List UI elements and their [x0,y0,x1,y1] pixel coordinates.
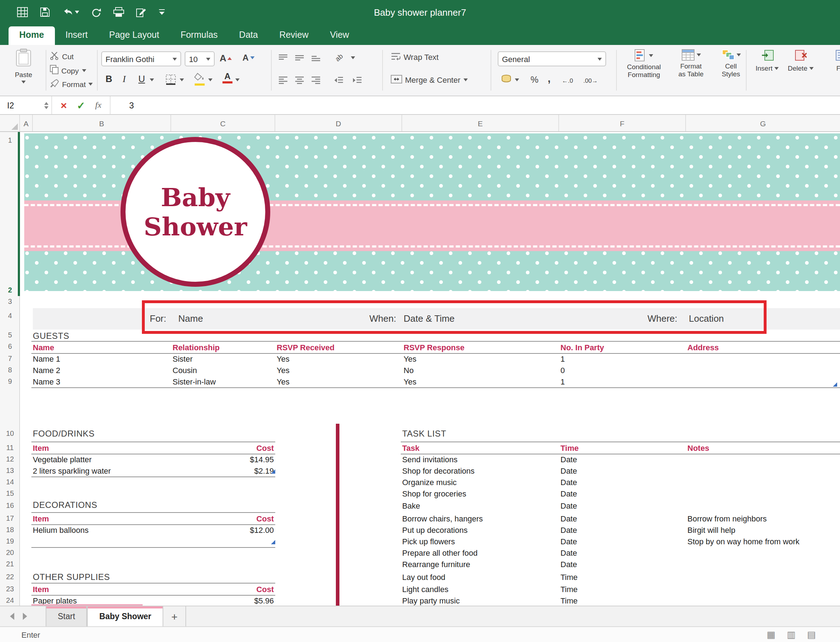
currency-format-button[interactable] [500,74,519,85]
name-box-stepper[interactable] [41,102,51,109]
row-header-19[interactable]: 19 [0,537,20,545]
page-break-view-icon[interactable]: ▤ [807,629,816,640]
tab-page-layout[interactable]: Page Layout [99,26,170,45]
tab-home[interactable]: Home [8,26,55,45]
column-header-D[interactable]: D [275,115,402,131]
food-drinks-section-title[interactable]: FOOD/DRINKS [33,429,94,439]
align-left-icon[interactable] [278,74,288,87]
bold-button[interactable]: B [105,73,112,84]
cut-button[interactable]: Cut [50,51,74,62]
font-color-button[interactable]: A [222,72,233,83]
sheet-grid[interactable]: 1 2 3 4 5 6 7 8 9 10 11 12 13 14 15 16 1… [0,132,840,606]
guest-rsvp-received-cell[interactable]: Yes [277,355,290,363]
row-header-23[interactable]: 23 [0,585,20,593]
guest-no-in-party-cell[interactable]: 1 [560,355,565,363]
number-format-combo[interactable]: General [498,51,606,66]
task-list-section-title[interactable]: TASK LIST [402,429,447,439]
food-cost-cell[interactable]: $2.19 [174,467,274,475]
format-as-table-button[interactable]: Format as Table [672,49,710,78]
confirm-icon[interactable]: ✓ [77,99,85,111]
task-notes-cell[interactable]: Stop by on way home from work [688,537,800,546]
row-header-18[interactable]: 18 [0,526,20,533]
undo-dropdown-icon[interactable] [75,11,79,13]
guests-header-rsvp-received[interactable]: RSVP Received [277,343,334,352]
sheet-tab-start[interactable]: Start [45,606,87,626]
row-header-5[interactable]: 5 [0,331,20,339]
decorations-section-title[interactable]: DECORATIONS [33,500,97,510]
supplies-cost-header[interactable]: Cost [174,585,274,593]
row-header-12[interactable]: 12 [0,455,20,463]
row-header-3[interactable]: 3 [0,297,20,305]
tab-data[interactable]: Data [228,26,269,45]
decorations-cost-header[interactable]: Cost [174,514,274,523]
fx-icon[interactable]: fx [95,100,101,110]
comma-style-icon[interactable]: , [548,72,550,84]
name-box[interactable]: I2 [0,96,41,114]
row-header-10[interactable]: 10 [0,430,20,437]
food-cost-header[interactable]: Cost [174,444,274,452]
tasks-notes-header[interactable]: Notes [688,444,709,452]
food-item-cell[interactable]: Vegetable platter [33,455,92,464]
fill-color-button[interactable] [194,73,205,86]
guests-header-address[interactable]: Address [688,343,719,352]
task-time-cell[interactable]: Date [560,526,577,534]
orientation-icon[interactable]: ab [333,52,344,63]
task-cell[interactable]: Prepare all other food [402,548,478,557]
task-cell[interactable]: Rearrange furniture [402,560,470,569]
task-cell[interactable]: Shop for decorations [402,467,474,475]
supplies-cost-cell[interactable]: $5.96 [174,597,274,605]
highlight-rectangle[interactable] [142,300,767,334]
font-color-dropdown-icon[interactable] [235,78,240,81]
guests-section-title[interactable]: GUESTS [33,331,69,341]
column-header-E[interactable]: E [402,115,559,131]
delete-cells-button[interactable]: Delete [786,50,816,73]
task-cell[interactable]: Put up decorations [402,526,468,534]
task-notes-cell[interactable]: Borrow from neighbors [688,514,767,523]
row-header-7[interactable]: 7 [0,355,20,362]
task-cell[interactable]: Borrow chairs, hangers [402,514,483,523]
prev-sheet-icon[interactable] [10,613,14,620]
percent-style-icon[interactable]: % [531,75,538,85]
row-header-13[interactable]: 13 [0,467,20,474]
guest-rsvp-received-cell[interactable]: Yes [277,377,290,386]
redo-icon[interactable] [91,8,101,17]
tab-insert[interactable]: Insert [55,26,99,45]
guest-relationship-cell[interactable]: Cousin [173,366,197,374]
row-header-22[interactable]: 22 [0,573,20,580]
task-time-cell[interactable]: Date [560,501,577,510]
guest-relationship-cell[interactable]: Sister-in-law [173,377,216,386]
task-cell[interactable]: Organize music [402,478,457,486]
increase-indent-icon[interactable] [352,74,362,87]
decrease-indent-icon[interactable] [334,74,344,87]
column-header-F[interactable]: F [559,115,686,131]
align-right-icon[interactable] [311,74,321,87]
underline-button[interactable]: U [138,73,145,84]
task-time-cell[interactable]: Time [560,573,578,581]
wrap-text-button[interactable]: Wrap Text [391,52,439,62]
task-time-cell[interactable]: Time [560,597,578,605]
food-item-cell[interactable]: 2 liters sparkling water [33,467,111,475]
task-time-cell[interactable]: Date [560,514,577,523]
underline-dropdown-icon[interactable] [150,78,154,81]
decorations-item-header[interactable]: Item [33,514,49,523]
customize-toolbar-icon[interactable] [158,8,165,16]
row-header-16[interactable]: 16 [0,501,20,509]
guest-relationship-cell[interactable]: Sister [173,355,193,363]
cell-styles-button[interactable]: Cell Styles [714,49,747,78]
add-sheet-button[interactable]: + [163,606,186,626]
guests-header-no-in-party[interactable]: No. In Party [560,343,604,352]
guest-name-cell[interactable]: Name 1 [33,355,60,363]
guest-rsvp-response-cell[interactable]: Yes [404,355,416,363]
align-middle-icon[interactable] [295,52,304,65]
row-header-14[interactable]: 14 [0,478,20,486]
row-header-1[interactable]: 1 [0,136,20,144]
row-header-11[interactable]: 11 [0,444,20,452]
guest-no-in-party-cell[interactable]: 0 [560,366,565,374]
guest-rsvp-response-cell[interactable]: Yes [404,377,416,386]
edit-icon[interactable] [136,7,146,17]
formula-input[interactable]: 3 [110,96,840,114]
tasks-task-header[interactable]: Task [402,444,420,452]
format-button-clipped[interactable]: For [821,50,840,73]
task-cell[interactable]: Shop for groceries [402,490,466,498]
row-header-2[interactable]: 2 [0,286,20,294]
